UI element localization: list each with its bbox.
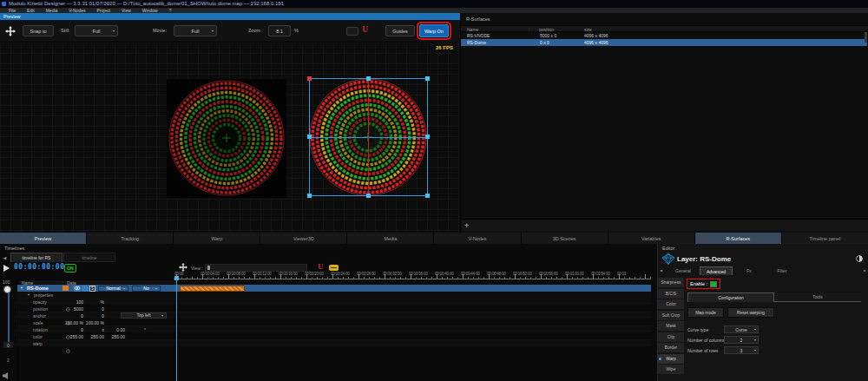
layer-row-rs-dome[interactable]: ▼ RS-Dome S Normal ▾ No ▾ xyxy=(17,285,651,292)
property-value[interactable]: 0 xyxy=(85,306,104,312)
timeline-ruler[interactable]: 00:0000:00:04:0000:00:08:0000:00:12:0000… xyxy=(174,272,651,279)
tab-scroll-left-icon[interactable]: ◀ xyxy=(1,253,9,262)
handle-top-left[interactable] xyxy=(307,76,312,81)
enable-toggle[interactable] xyxy=(710,281,717,287)
effect-item-mask[interactable]: Mask xyxy=(658,321,684,331)
aux-button[interactable] xyxy=(346,27,358,36)
scale-link-icon[interactable] xyxy=(116,320,124,325)
property-value[interactable]: 0 xyxy=(64,327,83,332)
surface-rs-vnode[interactable] xyxy=(167,79,286,198)
info-icon[interactable] xyxy=(856,255,863,262)
effect-item-sharpness[interactable]: Sharpness xyxy=(658,278,684,287)
timeline-clip[interactable] xyxy=(180,286,245,292)
handle-mid-right[interactable] xyxy=(425,135,430,139)
field-dropdown-number-of-rows[interactable]: 3▾ xyxy=(724,346,759,354)
subtab-tools[interactable]: Tools xyxy=(774,292,861,302)
audio-icon[interactable] xyxy=(3,372,11,379)
property-value[interactable]: 100 xyxy=(64,299,83,305)
blend-mode-dropdown[interactable]: Normal ▾ xyxy=(98,286,128,292)
collapse-arrow-icon[interactable]: ▼ xyxy=(20,286,23,290)
effect-item-border[interactable]: Border xyxy=(658,343,684,352)
tab-scroll-right-icon[interactable]: ▶ xyxy=(864,268,866,273)
property-value[interactable]: 0 xyxy=(85,313,104,319)
handle-top-right[interactable] xyxy=(425,76,430,81)
anchor-dropdown[interactable]: Top left▾ xyxy=(121,312,167,319)
properties-group-row[interactable]: ▼ properties xyxy=(17,292,651,298)
editor-tab-advanced[interactable]: Advanced xyxy=(700,266,733,275)
visibility-eye-icon[interactable] xyxy=(74,286,81,292)
property-value[interactable]: 255.00 xyxy=(106,334,125,339)
effect-item-soft-crop[interactable]: Soft Crop xyxy=(658,311,684,320)
property-value[interactable]: % xyxy=(85,299,104,305)
r-surfaces-scrollbar[interactable] xyxy=(865,32,867,43)
effect-item-clip[interactable]: Clip xyxy=(658,332,684,342)
editor-tab-fx[interactable]: Fx xyxy=(733,266,766,275)
handle-bottom-right[interactable] xyxy=(425,194,430,198)
panel-tab-warp[interactable]: Warp xyxy=(174,233,260,244)
surface-row-rs-dome[interactable]: RS-Dome0 x 04096 x 4096 xyxy=(461,39,867,46)
vertical-scale-knob[interactable] xyxy=(3,286,11,293)
panel-tab-timeline-panel[interactable]: Timeline panel xyxy=(782,233,868,244)
field-dropdown-curve-type[interactable]: Curve▾ xyxy=(724,325,759,333)
property-row-opacity[interactable]: opacity100% xyxy=(17,298,651,305)
property-value[interactable]: 5000 xyxy=(64,306,83,312)
panel-tab-r-surfaces[interactable]: R-Surfaces xyxy=(695,233,781,244)
effect-item-b-c-s[interactable]: B/C/S xyxy=(658,289,684,299)
effect-item-wipe[interactable]: Wipe xyxy=(658,365,684,374)
keyframe-clock-icon[interactable] xyxy=(66,341,70,345)
handle-top-mid[interactable] xyxy=(366,76,371,81)
property-value[interactable]: 255.00 xyxy=(64,334,83,339)
panel-tab-tracking[interactable]: Tracking xyxy=(87,233,173,244)
panel-tab-preview[interactable]: Preview xyxy=(0,233,86,244)
move-icon[interactable] xyxy=(179,263,187,272)
movie-dropdown[interactable]: Full ▾ xyxy=(174,25,217,36)
link-dropdown[interactable]: No ▾ xyxy=(132,286,161,292)
zoom-input[interactable]: 8.1 xyxy=(268,25,291,36)
property-value[interactable]: 100.00 % xyxy=(85,320,104,325)
property-row-position[interactable]: position50000 xyxy=(17,305,651,312)
map-mode-button[interactable]: Map mode xyxy=(687,307,724,318)
handle-bottom-left[interactable] xyxy=(307,194,312,198)
panel-tab-media[interactable]: Media xyxy=(347,233,433,244)
snap-to-button[interactable]: Snap to xyxy=(23,25,54,36)
effect-item-color[interactable]: Color xyxy=(658,299,684,309)
vertical-scale-track[interactable] xyxy=(8,287,10,348)
play-button[interactable] xyxy=(3,265,10,272)
editor-tab-filter[interactable]: Filter xyxy=(766,266,799,275)
tab-scroll-left-icon[interactable]: ◀ xyxy=(660,268,662,273)
property-value[interactable]: x xyxy=(85,327,104,332)
warp-on-button[interactable]: Warp On xyxy=(419,24,449,37)
move-icon[interactable] xyxy=(5,26,16,36)
layer-option-icon[interactable] xyxy=(82,286,89,292)
property-row-warp[interactable]: warp xyxy=(17,339,651,346)
guides-button[interactable]: Guides xyxy=(385,25,415,36)
property-value[interactable]: 100.00 % xyxy=(64,320,83,325)
property-row-scale[interactable]: scale100.00 %100.00 % xyxy=(17,319,651,325)
property-row-rotation[interactable]: rotation0x0.00° xyxy=(17,325,651,332)
solo-badge[interactable]: S xyxy=(89,286,95,292)
still-dropdown[interactable]: Full ▾ xyxy=(75,25,118,36)
layer-color-swatch[interactable] xyxy=(62,286,69,291)
panel-tab-3d-scenes[interactable]: 3D Scenes xyxy=(522,233,608,244)
property-row-anchor[interactable]: anchor00Top left▾ xyxy=(17,312,651,319)
view-slider-thumb[interactable] xyxy=(207,266,210,270)
property-value[interactable]: 0.00 xyxy=(106,327,125,332)
editor-tab-general[interactable]: General xyxy=(667,266,700,275)
field-dropdown-number-of-columns[interactable]: 2▾ xyxy=(724,336,759,344)
property-value[interactable]: 255.00 xyxy=(85,334,104,339)
panel-tab-variables[interactable]: Variables xyxy=(608,233,694,244)
effect-item-warp[interactable]: Warp xyxy=(658,354,684,364)
surface-row-rs-vnode[interactable]: RS-VNODE5000 x 04096 x 4096 xyxy=(461,32,867,39)
preview-canvas[interactable]: 26 FPS xyxy=(0,43,460,233)
subtab-configuration[interactable]: Configuration xyxy=(687,292,774,302)
on-badge[interactable]: ON xyxy=(64,264,76,273)
tab-timeline-for-rs[interactable]: timeline for RS xyxy=(10,253,62,262)
property-value[interactable]: ° xyxy=(127,327,146,332)
panel-tab-v-nodes[interactable]: V-Nodes xyxy=(434,233,520,244)
add-surface-button[interactable]: + xyxy=(464,220,469,231)
surface-rs-dome-selected[interactable] xyxy=(309,78,428,196)
property-value[interactable]: 0 xyxy=(64,313,83,319)
reset-warping-button[interactable]: Reset warping xyxy=(727,307,774,318)
panel-tab-viewer3d[interactable]: Viewer3D xyxy=(260,233,346,244)
property-row-color[interactable]: color255.00255.00255.00 xyxy=(17,332,651,339)
